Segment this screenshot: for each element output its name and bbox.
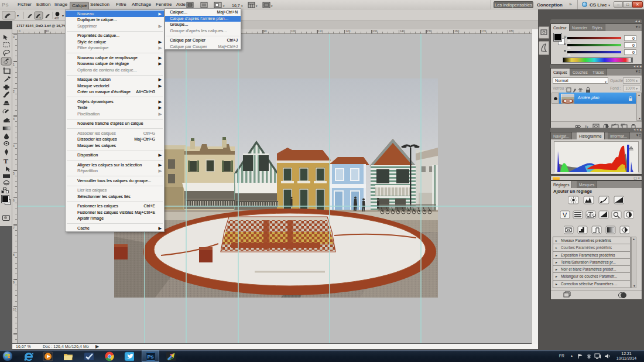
svg-text:+: + bbox=[39, 16, 41, 19]
svg-text:▾: ▾ bbox=[223, 4, 225, 8]
svg-text:T: T bbox=[4, 158, 9, 165]
svg-text:▾: ▾ bbox=[241, 4, 243, 8]
svg-text:▾: ▾ bbox=[62, 14, 64, 18]
svg-text:▾: ▾ bbox=[17, 14, 19, 18]
svg-text:478: 478 bbox=[54, 17, 59, 20]
svg-text:Ps: Ps bbox=[147, 354, 153, 360]
svg-text:▾: ▾ bbox=[256, 4, 258, 8]
svg-text:V: V bbox=[563, 211, 567, 218]
svg-text:▾: ▾ bbox=[271, 4, 273, 8]
svg-text:16,7: 16,7 bbox=[232, 4, 240, 8]
